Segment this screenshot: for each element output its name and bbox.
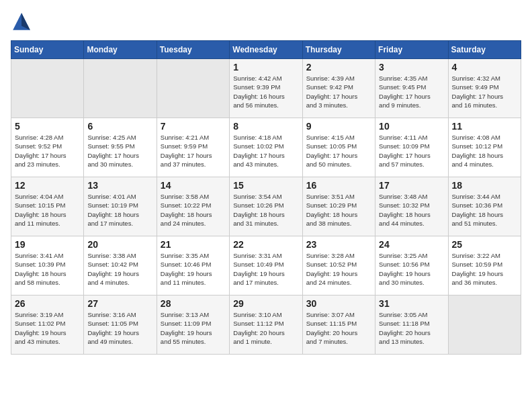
cell-content: Sunrise: 3:05 AM Sunset: 11:18 PM Daylig… [379,310,444,346]
day-number: 1 [233,62,298,73]
calendar-cell: 6Sunrise: 4:25 AM Sunset: 9:55 PM Daylig… [84,118,157,177]
day-number: 6 [87,121,152,132]
day-number: 7 [161,121,226,132]
calendar-cell: 30Sunrise: 3:07 AM Sunset: 11:15 PM Dayl… [302,295,375,355]
day-number: 24 [379,239,444,250]
day-number: 12 [15,180,80,191]
day-number: 2 [306,62,371,73]
calendar-cell: 22Sunrise: 3:31 AM Sunset: 10:49 PM Dayl… [230,236,302,295]
header-cell-saturday: Saturday [448,41,521,59]
calendar-cell: 29Sunrise: 3:10 AM Sunset: 11:12 PM Dayl… [230,295,302,355]
cell-content: Sunrise: 3:41 AM Sunset: 10:39 PM Daylig… [15,251,80,287]
calendar-cell: 16Sunrise: 3:51 AM Sunset: 10:29 PM Dayl… [302,177,375,236]
cell-content: Sunrise: 4:28 AM Sunset: 9:52 PM Dayligh… [15,133,80,169]
calendar-cell: 15Sunrise: 3:54 AM Sunset: 10:26 PM Dayl… [230,177,302,236]
cell-content: Sunrise: 3:44 AM Sunset: 10:36 PM Daylig… [452,192,517,228]
calendar-cell: 8Sunrise: 4:18 AM Sunset: 10:02 PM Dayli… [230,118,302,177]
day-number: 5 [15,121,80,132]
calendar-cell: 24Sunrise: 3:25 AM Sunset: 10:56 PM Dayl… [375,236,448,295]
calendar-cell [157,59,229,118]
cell-content: Sunrise: 3:35 AM Sunset: 10:46 PM Daylig… [161,251,226,287]
calendar-cell: 12Sunrise: 4:04 AM Sunset: 10:15 PM Dayl… [11,177,84,236]
day-number: 19 [15,239,80,250]
week-row-2: 5Sunrise: 4:28 AM Sunset: 9:52 PM Daylig… [11,118,521,177]
header-row: SundayMondayTuesdayWednesdayThursdayFrid… [11,41,521,59]
day-number: 9 [306,121,371,132]
cell-content: Sunrise: 3:07 AM Sunset: 11:15 PM Daylig… [306,310,371,346]
calendar-cell: 13Sunrise: 4:01 AM Sunset: 10:19 PM Dayl… [84,177,157,236]
calendar-cell: 31Sunrise: 3:05 AM Sunset: 11:18 PM Dayl… [375,295,448,355]
calendar-cell: 5Sunrise: 4:28 AM Sunset: 9:52 PM Daylig… [11,118,84,177]
calendar-cell: 27Sunrise: 3:16 AM Sunset: 11:05 PM Dayl… [84,295,157,355]
calendar-cell: 21Sunrise: 3:35 AM Sunset: 10:46 PM Dayl… [157,236,229,295]
week-row-1: 1Sunrise: 4:42 AM Sunset: 9:39 PM Daylig… [11,59,521,118]
calendar-cell: 18Sunrise: 3:44 AM Sunset: 10:36 PM Dayl… [448,177,521,236]
day-number: 13 [87,180,152,191]
header-cell-monday: Monday [84,41,157,59]
cell-content: Sunrise: 4:42 AM Sunset: 9:39 PM Dayligh… [233,74,298,109]
calendar-cell: 25Sunrise: 3:22 AM Sunset: 10:59 PM Dayl… [448,236,521,295]
calendar-header: SundayMondayTuesdayWednesdayThursdayFrid… [11,41,521,59]
cell-content: Sunrise: 3:58 AM Sunset: 10:22 PM Daylig… [161,192,226,228]
calendar-cell: 26Sunrise: 3:19 AM Sunset: 11:02 PM Dayl… [11,295,84,355]
week-row-4: 19Sunrise: 3:41 AM Sunset: 10:39 PM Dayl… [11,236,521,295]
calendar-cell: 2Sunrise: 4:39 AM Sunset: 9:42 PM Daylig… [302,59,375,118]
day-number: 18 [452,180,517,191]
cell-content: Sunrise: 3:22 AM Sunset: 10:59 PM Daylig… [452,251,517,287]
day-number: 27 [87,298,152,309]
day-number: 28 [161,298,226,309]
cell-content: Sunrise: 3:51 AM Sunset: 10:29 PM Daylig… [306,192,371,228]
calendar-cell: 14Sunrise: 3:58 AM Sunset: 10:22 PM Dayl… [157,177,229,236]
calendar-cell: 28Sunrise: 3:13 AM Sunset: 11:09 PM Dayl… [157,295,229,355]
cell-content: Sunrise: 3:48 AM Sunset: 10:32 PM Daylig… [379,192,444,228]
calendar-cell: 23Sunrise: 3:28 AM Sunset: 10:52 PM Dayl… [302,236,375,295]
day-number: 10 [379,121,444,132]
cell-content: Sunrise: 4:11 AM Sunset: 10:09 PM Daylig… [379,133,444,169]
cell-content: Sunrise: 3:31 AM Sunset: 10:49 PM Daylig… [233,251,298,287]
cell-content: Sunrise: 3:16 AM Sunset: 11:05 PM Daylig… [87,310,152,346]
cell-content: Sunrise: 4:21 AM Sunset: 9:59 PM Dayligh… [161,133,226,169]
day-number: 16 [306,180,371,191]
cell-content: Sunrise: 4:15 AM Sunset: 10:05 PM Daylig… [306,133,371,169]
day-number: 3 [379,62,444,73]
cell-content: Sunrise: 4:04 AM Sunset: 10:15 PM Daylig… [15,192,80,228]
day-number: 26 [15,298,80,309]
calendar-cell: 9Sunrise: 4:15 AM Sunset: 10:05 PM Dayli… [302,118,375,177]
logo-icon [11,11,32,32]
cell-content: Sunrise: 3:10 AM Sunset: 11:12 PM Daylig… [233,310,298,346]
day-number: 22 [233,239,298,250]
week-row-3: 12Sunrise: 4:04 AM Sunset: 10:15 PM Dayl… [11,177,521,236]
day-number: 11 [452,121,517,132]
day-number: 31 [379,298,444,309]
day-number: 17 [379,180,444,191]
calendar-cell [84,59,157,118]
cell-content: Sunrise: 4:35 AM Sunset: 9:45 PM Dayligh… [379,74,444,109]
cell-content: Sunrise: 4:39 AM Sunset: 9:42 PM Dayligh… [306,74,371,109]
cell-content: Sunrise: 3:54 AM Sunset: 10:26 PM Daylig… [233,192,298,228]
day-number: 29 [233,298,298,309]
day-number: 25 [452,239,517,250]
header-cell-tuesday: Tuesday [157,41,229,59]
cell-content: Sunrise: 3:13 AM Sunset: 11:09 PM Daylig… [161,310,226,346]
day-number: 8 [233,121,298,132]
day-number: 15 [233,180,298,191]
cell-content: Sunrise: 3:19 AM Sunset: 11:02 PM Daylig… [15,310,80,346]
calendar-cell: 20Sunrise: 3:38 AM Sunset: 10:42 PM Dayl… [84,236,157,295]
day-number: 23 [306,239,371,250]
cell-content: Sunrise: 3:28 AM Sunset: 10:52 PM Daylig… [306,251,371,287]
day-number: 20 [87,239,152,250]
day-number: 30 [306,298,371,309]
day-number: 21 [161,239,226,250]
cell-content: Sunrise: 4:32 AM Sunset: 9:49 PM Dayligh… [452,74,517,109]
calendar-cell: 4Sunrise: 4:32 AM Sunset: 9:49 PM Daylig… [448,59,521,118]
calendar-cell: 7Sunrise: 4:21 AM Sunset: 9:59 PM Daylig… [157,118,229,177]
calendar-cell: 19Sunrise: 3:41 AM Sunset: 10:39 PM Dayl… [11,236,84,295]
cell-content: Sunrise: 3:25 AM Sunset: 10:56 PM Daylig… [379,251,444,287]
calendar-cell [448,295,521,355]
calendar-cell: 17Sunrise: 3:48 AM Sunset: 10:32 PM Dayl… [375,177,448,236]
calendar-body: 1Sunrise: 4:42 AM Sunset: 9:39 PM Daylig… [11,59,521,355]
logo [11,11,34,32]
calendar-cell [11,59,84,118]
calendar-cell: 1Sunrise: 4:42 AM Sunset: 9:39 PM Daylig… [230,59,302,118]
header-cell-friday: Friday [375,41,448,59]
